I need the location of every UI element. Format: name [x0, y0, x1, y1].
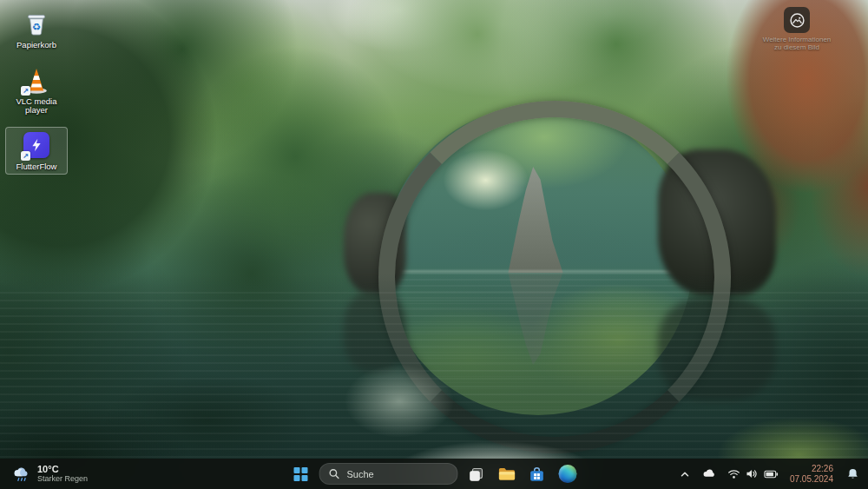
desktop: Weitere Informationen zu diesem Bild ♻ P…: [0, 0, 868, 489]
notification-center-button[interactable]: [840, 462, 865, 486]
rain-cloud-icon: [12, 465, 31, 484]
desktop-icon-label: FlutterFlow: [16, 162, 57, 171]
weather-texts: 10°C Starker Regen: [37, 464, 88, 484]
start-button[interactable]: [289, 462, 313, 486]
svg-text:♻: ♻: [32, 21, 41, 33]
spotlight-caption-line2: zu diesem Bild: [763, 43, 832, 51]
spotlight-widget: Weitere Informationen zu diesem Bild: [745, 7, 849, 51]
system-tray: 22:26 07.05.2024: [673, 459, 865, 489]
search-icon: [329, 468, 340, 479]
edge-browser-button[interactable]: [556, 462, 580, 486]
file-explorer-button[interactable]: [495, 462, 519, 486]
desktop-icon-recycle-bin[interactable]: ♻ Papierkorb: [5, 5, 68, 53]
weather-condition: Starker Regen: [37, 474, 88, 484]
landscape-photo-icon: [789, 12, 806, 29]
task-view-button[interactable]: [464, 462, 489, 486]
network-volume-battery-button[interactable]: [723, 462, 783, 486]
spotlight-caption: Weitere Informationen zu diesem Bild: [763, 36, 832, 51]
clock-widget[interactable]: 22:26 07.05.2024: [784, 462, 839, 486]
onedrive-cloud-icon: [701, 466, 718, 482]
flutterflow-icon: ↗: [22, 130, 51, 160]
vlc-cone-icon: ↗: [22, 65, 51, 95]
desktop-icon-label: VLC media player: [8, 97, 65, 115]
clock-time: 22:26: [812, 464, 833, 474]
tray-overflow-button[interactable]: [673, 462, 697, 486]
spotlight-caption-line1: Weitere Informationen: [763, 36, 832, 43]
shortcut-arrow-badge: ↗: [21, 151, 30, 161]
microsoft-store-button[interactable]: [525, 462, 549, 486]
weather-widget[interactable]: 10°C Starker Regen: [3, 459, 96, 489]
taskbar: 10°C Starker Regen Suche: [0, 459, 868, 489]
notification-bell-icon: [846, 467, 859, 480]
chevron-up-icon: [679, 468, 691, 480]
desktop-icon-flutterflow[interactable]: ↗ FlutterFlow: [5, 127, 68, 175]
shortcut-arrow-badge: ↗: [21, 86, 30, 96]
task-view-icon: [468, 466, 485, 483]
battery-icon: [764, 469, 779, 479]
spotlight-info-button[interactable]: [784, 7, 810, 33]
volume-icon: [746, 468, 759, 479]
microsoft-store-icon: [528, 465, 547, 484]
desktop-icon-column: ♻ Papierkorb ↗ VLC media player: [5, 5, 68, 175]
file-explorer-icon: [496, 464, 516, 484]
search-placeholder: Suche: [347, 469, 374, 479]
windows-logo-icon: [294, 467, 308, 481]
recycle-bin-icon: ♻: [22, 9, 51, 38]
desktop-icon-vlc[interactable]: ↗ VLC media player: [5, 62, 68, 118]
edge-icon: [558, 465, 576, 483]
wifi-icon: [727, 468, 740, 479]
clock-date: 07.05.2024: [790, 474, 833, 485]
taskbar-center: Suche: [289, 459, 580, 489]
weather-temperature: 10°C: [37, 464, 88, 474]
search-input[interactable]: Suche: [319, 463, 458, 485]
desktop-icon-label: Papierkorb: [16, 41, 56, 50]
onedrive-button[interactable]: [698, 462, 722, 486]
